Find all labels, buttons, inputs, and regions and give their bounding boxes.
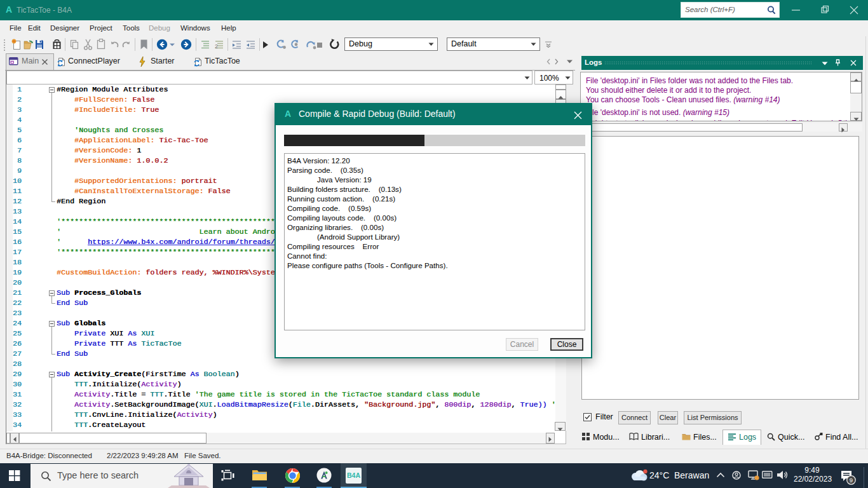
svg-text:9: 9 bbox=[850, 477, 853, 484]
svg-text:2: 2 bbox=[215, 43, 218, 49]
